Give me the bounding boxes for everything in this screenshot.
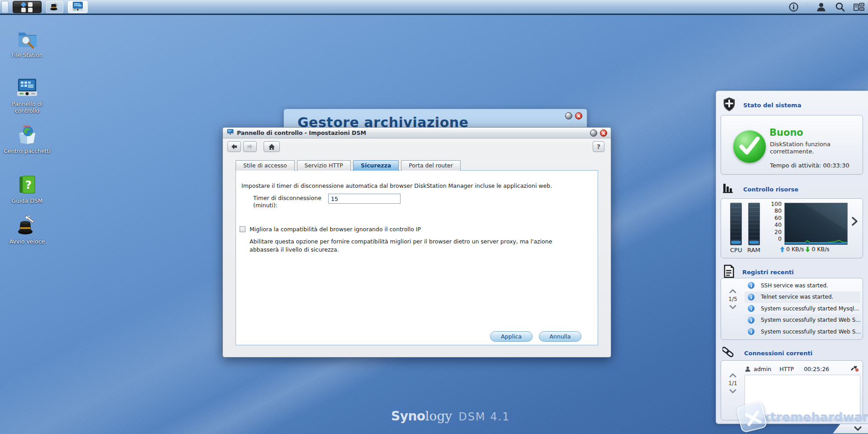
checkbox-label: Migliora la compatibilità del browser ig… [250,226,421,233]
close-button[interactable] [600,129,607,137]
minimize-button[interactable] [590,129,597,137]
disconnect-icon[interactable] [850,365,859,373]
desktop-icon-guida-dsm[interactable]: ? Guida DSM [2,174,52,205]
magic-hat-icon [49,1,60,14]
taskbar-divider [807,2,807,12]
section-title: Controllo risorse [743,186,798,193]
log-row: System successfully started Web S... [745,315,860,326]
current-connections-header: Connessioni correnti [722,345,812,361]
dialog-toolbar [227,141,280,152]
dialog-tabs: Stile di accesso Servizio HTTP Sicurezza… [236,160,463,171]
log-row: SSH service was started. [745,280,860,291]
close-button[interactable] [575,112,582,119]
connection-row: admin HTTP 00:25:26 [745,364,860,374]
apply-button[interactable]: Applica [490,331,533,342]
tab-stile-di-accesso[interactable]: Stile di accesso [236,160,295,171]
current-connections-card: 1/1 admin HTTP 00:25:26 [721,360,863,420]
ram-gauge [748,203,760,245]
connection-user: admin [754,366,771,372]
connections-page-indicator: 1/1 [725,380,741,386]
control-panel-icon [226,129,234,137]
log-row: System successfully started Mysql... [745,303,860,315]
svg-text:?: ? [25,179,32,191]
recent-logs-card: 1/5 SSH service was started. Telnet serv… [721,278,863,340]
desktop-icon-label: Avvio veloce [2,238,52,245]
search-icon[interactable] [835,2,845,13]
taskbar-item-avvio-veloce[interactable] [46,1,63,13]
system-status-header: Stato del sistema [722,97,801,114]
info-icon[interactable] [788,2,799,13]
cpu-label: CPU [730,247,742,253]
forward-button[interactable] [243,141,257,152]
uptime-text: Tempo di attività: 00:33:30 [770,162,849,169]
taskbar-item-pannello-di-controllo[interactable] [68,1,88,13]
compatibility-checkbox[interactable] [240,226,245,232]
dialog-buttons: Applica Annulla [490,331,581,342]
section-title: Connessioni correnti [744,350,812,357]
taskbar [0,0,868,15]
chevron-up-icon[interactable] [729,373,736,377]
section-title: Stato del sistema [743,102,801,109]
desktop-icon-label: File Station [2,52,52,59]
info-icon [748,317,755,324]
upload-rate: 0 KB/s [786,246,804,253]
package-center-icon [16,124,38,146]
synology-dsm-logo: Synology DSM 4.1 [391,409,510,424]
intro-text: Impostare il timer di disconnessione aut… [241,182,585,189]
desktop-icon-label: Centro pacchetti [2,148,52,155]
control-panel-icon [16,77,38,99]
log-list: SSH service was started. Telnet service … [745,280,860,338]
minimize-button[interactable] [565,112,572,119]
control-panel-icon [72,1,84,14]
magic-hat-icon [16,215,38,236]
tab-porta-del-router[interactable]: Porta del router [401,160,461,171]
section-title: Registri recenti [742,269,794,276]
chevron-down-icon [854,426,862,431]
ram-label: RAM [747,247,760,253]
desktop-icon-centro-pacchetti[interactable]: Centro pacchetti [2,124,52,155]
logout-timer-input[interactable] [328,194,401,204]
dialog-impostazioni-dsm: Pannello di controllo - Impostazioni DSM… [222,127,611,358]
download-rate: 0 KB/s [811,246,829,253]
resource-monitor-header: Controllo risorse [722,182,798,196]
file-station-icon [16,28,38,50]
network-chart-axis: 100 80 60 40 20 0 [764,200,782,242]
chevron-right-icon[interactable] [851,217,858,228]
desktop-icon-label: Guida DSM [2,198,52,205]
shield-icon [722,97,736,114]
user-icon[interactable] [816,2,826,13]
connection-list-area [745,375,860,418]
desktop-icon-file-station[interactable]: File Station [2,28,52,59]
dialog-titlebar[interactable]: Pannello di controllo - Impostazioni DSM [223,128,611,138]
tab-servizio-http[interactable]: Servizio HTTP [297,160,351,171]
logs-pager: 1/5 [725,289,741,309]
logs-page-indicator: 1/5 [725,296,741,302]
status-description: DiskStation funziona correttamente. [770,141,847,156]
show-desktop-button[interactable] [1,1,9,13]
info-icon [748,328,755,335]
chevron-down-icon[interactable] [729,305,736,309]
download-arrow-icon [805,246,810,253]
main-menu-button[interactable] [13,1,42,13]
desktop-icon-pannello-di-controllo[interactable]: Pannello di controllo [2,77,52,114]
desktop-icon-avvio-veloce[interactable]: Avvio veloce [2,215,52,245]
timer-label: Timer di disconnessione (minuti): [253,195,321,210]
widgets-sidebar: Stato del sistema Buono DiskStation funz… [716,91,868,424]
upload-arrow-icon [780,246,785,253]
help-button[interactable]: ? [593,141,604,152]
cancel-button[interactable]: Annulla [539,331,581,342]
sidebar-collapse-button[interactable] [833,424,868,434]
home-button[interactable] [264,141,280,152]
app-grid-icon [20,2,34,12]
tab-sicurezza[interactable]: Sicurezza [353,160,399,171]
chevron-up-icon[interactable] [729,289,736,293]
info-icon [748,305,755,312]
connection-time: 00:25:26 [804,366,829,372]
status-value: Buono [769,127,803,138]
connection-protocol: HTTP [779,366,794,372]
back-button[interactable] [227,141,241,152]
widgets-icon[interactable] [854,2,864,13]
system-status-card: Buono DiskStation funziona correttamente… [721,115,863,175]
chevron-down-icon[interactable] [729,389,736,393]
tab-panel-sicurezza: Impostare il timer di disconnessione aut… [236,170,598,345]
